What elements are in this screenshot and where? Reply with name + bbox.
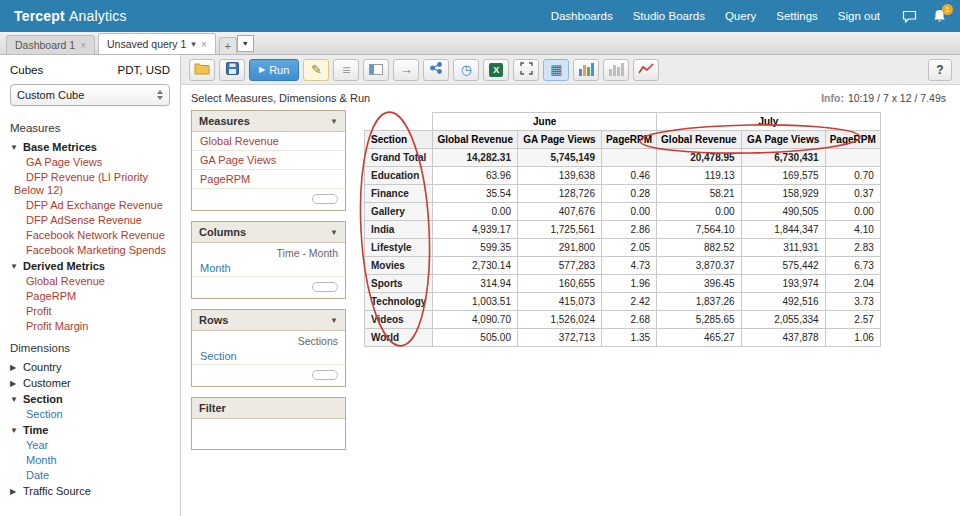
table-cell: 314.94 <box>433 275 518 293</box>
row-layout-button[interactable]: ≡ <box>333 59 359 81</box>
row-label: World <box>365 329 433 347</box>
table-row: Technology1,003.51415,0732.421,837.26492… <box>365 293 881 311</box>
tree-group-base-metrices[interactable]: ▼Base Metrices <box>10 139 180 155</box>
nav-item-dashboards[interactable]: Dashboards <box>551 10 613 22</box>
measure-item-global-revenue[interactable]: Global Revenue <box>192 132 345 151</box>
tree-item-facebook-network-revenue[interactable]: Facebook Network Revenue <box>10 228 180 243</box>
excel-export-button[interactable]: X <box>483 59 509 81</box>
table-group-row: JuneJuly <box>365 113 881 131</box>
select-stepper-icon <box>157 90 163 100</box>
tree-item-month[interactable]: Month <box>10 453 180 468</box>
grid-view-button[interactable]: ▦ <box>543 59 569 81</box>
metric-header-july-pagerpm: PageRPM <box>825 131 880 149</box>
rows-drop-target[interactable] <box>312 370 338 380</box>
filter-drop-area[interactable] <box>192 419 345 449</box>
nav-item-sign-out[interactable]: Sign out <box>838 10 880 22</box>
nav-item-studio-boards[interactable]: Studio Boards <box>633 10 705 22</box>
close-icon[interactable]: × <box>201 39 207 50</box>
tree-item-dfp-adsense-revenue[interactable]: DFP AdSense Revenue <box>10 213 180 228</box>
run-button[interactable]: ▶ Run <box>249 59 299 81</box>
table-cell: 490,505 <box>741 203 825 221</box>
nav-item-query[interactable]: Query <box>725 10 756 22</box>
table-cell: 6.73 <box>825 257 880 275</box>
toolbar: ▶ Run ✎ ≡ → <box>181 55 960 85</box>
tree-open-icon: ▼ <box>10 143 19 152</box>
histogram-button[interactable] <box>603 59 629 81</box>
nav-item-settings[interactable]: Settings <box>776 10 818 22</box>
tree-group-label: Section <box>23 393 63 405</box>
columns-drop-target[interactable] <box>312 282 338 292</box>
table-cell: 20,478.95 <box>657 149 742 167</box>
tree-group-traffic-source[interactable]: ▶Traffic Source <box>10 483 180 499</box>
measures-drop-target[interactable] <box>312 194 338 204</box>
notifications-bell-icon[interactable]: 1 <box>933 9 946 23</box>
table-row: Finance35.54128,7260.2858.21158,9290.37 <box>365 185 881 203</box>
help-button[interactable]: ? <box>928 59 952 81</box>
bar-chart-button[interactable] <box>573 59 599 81</box>
chat-icon[interactable] <box>902 10 917 23</box>
measures-panel-header: Measures ▼ <box>192 111 345 132</box>
table-cell: 3,870.37 <box>657 257 742 275</box>
tree-group-customer[interactable]: ▶Customer <box>10 375 180 391</box>
table-row: Education63.96139,6380.46119.13169,5750.… <box>365 167 881 185</box>
tree-group-time[interactable]: ▼Time <box>10 422 180 438</box>
tree-item-date[interactable]: Date <box>10 468 180 483</box>
tree-group-country[interactable]: ▶Country <box>10 359 180 375</box>
tree-item-dfp-ad-exchange-revenue[interactable]: DFP Ad Exchange Revenue <box>10 198 180 213</box>
rows-item-section[interactable]: Section <box>192 347 345 365</box>
tree-item-pagerpm[interactable]: PageRPM <box>10 289 180 304</box>
column-layout-button[interactable] <box>363 59 389 81</box>
table-row: Videos4,090.701,526,0242.685,285.652,055… <box>365 311 881 329</box>
collapse-icon[interactable]: ▼ <box>330 228 338 237</box>
close-icon[interactable]: × <box>80 40 86 51</box>
table-cell: 599.35 <box>433 239 518 257</box>
tab-dashboard-1[interactable]: Dashboard 1 × <box>6 35 95 54</box>
fullscreen-button[interactable] <box>513 59 539 81</box>
row-label: Movies <box>365 257 433 275</box>
export-button[interactable]: → <box>393 59 419 81</box>
tab-label: Dashboard 1 <box>15 39 75 51</box>
tree-group-derived-metrics[interactable]: ▼Derived Metrics <box>10 258 180 274</box>
history-button[interactable]: ◷ <box>453 59 479 81</box>
tree-item-profit[interactable]: Profit <box>10 304 180 319</box>
tree-item-ga-page-views[interactable]: GA Page Views <box>10 155 180 170</box>
edit-query-button[interactable]: ✎ <box>303 59 329 81</box>
columns-item-month[interactable]: Month <box>192 259 345 277</box>
row-label: Videos <box>365 311 433 329</box>
cubes-header: Cubes PDT, USD <box>0 55 180 82</box>
collapse-icon[interactable]: ▼ <box>330 316 338 325</box>
share-button[interactable] <box>423 59 449 81</box>
columns-dimension-hint: Time - Month <box>192 243 345 259</box>
open-folder-button[interactable] <box>189 59 215 81</box>
tree-item-profit-margin[interactable]: Profit Margin <box>10 319 180 334</box>
table-cell: 0.00 <box>657 203 742 221</box>
caret-down-icon[interactable]: ▾ <box>191 39 196 49</box>
row-label: Finance <box>365 185 433 203</box>
collapse-icon[interactable]: ▼ <box>330 117 338 126</box>
tree-item-facebook-marketing-spends[interactable]: Facebook Marketing Spends <box>10 243 180 258</box>
measure-item-pagerpm[interactable]: PageRPM <box>192 170 345 189</box>
tree-item-dfp-revenue-li-priority-below-12[interactable]: DFP Revenue (LI Priority Below 12) <box>10 170 180 198</box>
tree-item-section[interactable]: Section <box>10 407 180 422</box>
table-row: Movies2,730.14577,2834.733,870.37575,442… <box>365 257 881 275</box>
fullscreen-icon <box>520 62 533 78</box>
tree-group-section[interactable]: ▼Section <box>10 391 180 407</box>
filter-panel: Filter <box>191 397 346 450</box>
line-chart-button[interactable] <box>633 59 659 81</box>
cube-select[interactable]: Custom Cube <box>10 84 170 106</box>
save-button[interactable] <box>219 59 245 81</box>
measure-item-ga-page-views[interactable]: GA Page Views <box>192 151 345 170</box>
tab-overflow-dropdown[interactable]: ▼ <box>237 35 254 52</box>
query-hint: Select Measures, Dimensions & Run <box>191 92 370 104</box>
table-cell <box>601 149 656 167</box>
cube-select-value: Custom Cube <box>17 89 84 101</box>
rows-list-icon: ≡ <box>342 62 350 78</box>
new-tab-button[interactable]: + <box>219 37 237 54</box>
tree-item-year[interactable]: Year <box>10 438 180 453</box>
tab-unsaved-query-1[interactable]: Unsaved query 1 ▾ × <box>98 33 216 54</box>
app-logo[interactable]: TerceptAnalytics <box>14 8 127 24</box>
row-label: Sports <box>365 275 433 293</box>
tree-closed-icon: ▶ <box>10 379 19 388</box>
tree-item-global-revenue[interactable]: Global Revenue <box>10 274 180 289</box>
panel-measures-items: Global RevenueGA Page ViewsPageRPM <box>192 132 345 189</box>
